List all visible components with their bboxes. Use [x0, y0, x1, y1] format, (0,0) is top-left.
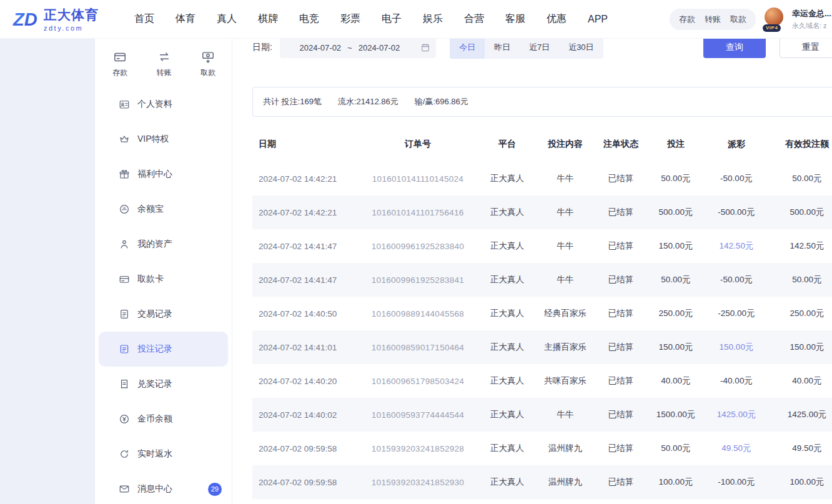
- cell-payout: -50.00元: [703, 274, 770, 285]
- table-row[interactable]: 2024-07-02 14:40:02 1016009593774444544 …: [252, 398, 832, 432]
- sidebar-item-label: 取款卡: [137, 274, 164, 285]
- sidebar-item-yuebao[interactable]: 余额宝: [95, 192, 232, 227]
- date-filter-label: 日期:: [252, 42, 272, 53]
- cell-valid-amount: 1425.00元: [770, 409, 832, 420]
- sidebar-menu: 个人资料 VIP特权 福利中心 余额宝 我的资产 取款卡: [95, 87, 232, 504]
- sidebar-item-vip[interactable]: VIP特权: [95, 122, 232, 157]
- cell-platform: 正大真人: [477, 207, 537, 218]
- transfer-icon: [157, 50, 171, 64]
- main-nav: 首页体育真人棋牌电竞彩票电子娱乐合营客服优惠APP: [134, 12, 608, 26]
- cell-date: 2024-07-02 14:42:21: [252, 208, 359, 217]
- wallet-link[interactable]: 存款: [679, 14, 695, 25]
- cell-bet-amount: 500.00元: [648, 207, 703, 218]
- cell-order-number: 1016010141110145024: [359, 174, 477, 184]
- sidebar-item-gold-balance[interactable]: 金币余额: [95, 402, 232, 437]
- cell-payout: 49.50元: [703, 443, 770, 454]
- cell-payout: -250.00元: [703, 308, 770, 319]
- cell-order-number: 1016009961925283840: [359, 242, 477, 251]
- quick-range-button[interactable]: 近7日: [520, 39, 559, 59]
- cell-order-number: 1015939203241852930: [359, 478, 477, 487]
- nav-item[interactable]: 电竞: [299, 12, 319, 26]
- wallet-link[interactable]: 取款: [730, 14, 746, 25]
- table-row[interactable]: 2024-07-02 09:59:58 1015939203241852928 …: [252, 432, 832, 465]
- cell-bet-amount: 150.00元: [648, 342, 703, 353]
- cell-valid-amount: 250.00元: [770, 308, 832, 319]
- sidebar-item-transactions[interactable]: 交易记录: [95, 297, 232, 332]
- quick-range-button[interactable]: 昨日: [485, 39, 520, 59]
- query-button[interactable]: 查询: [703, 39, 766, 58]
- col-bet-amount: 投注: [648, 139, 703, 150]
- nav-item[interactable]: 电子: [382, 12, 402, 26]
- date-range-separator: ~: [347, 43, 352, 52]
- nav-item[interactable]: 客服: [505, 12, 525, 26]
- filter-row: 日期: 2024-07-02 ~ 2024-07-02 今日昨日近7日近30日 …: [252, 39, 832, 60]
- nav-item[interactable]: 棋牌: [258, 12, 278, 26]
- permanent-domain-note: 永久域名: z: [792, 21, 832, 31]
- vip-badge: VIP4: [763, 24, 781, 32]
- nav-item[interactable]: 娱乐: [423, 12, 443, 26]
- cell-status: 已结算: [593, 274, 648, 285]
- brand-logo[interactable]: ZD 正大体育 zdty.com: [12, 6, 134, 32]
- table-row[interactable]: 2024-07-02 09:59:58 1015939203241852930 …: [252, 465, 832, 499]
- cell-bet-amount: 150.00元: [648, 240, 703, 252]
- cell-bet-content: 经典百家乐: [537, 308, 593, 319]
- table-row[interactable]: 2024-07-02 14:42:21 1016010141101756416 …: [252, 195, 832, 229]
- nav-item[interactable]: APP: [588, 14, 608, 25]
- table-row[interactable]: 2024-07-02 14:40:20 1016009651798503424 …: [252, 364, 832, 398]
- quick-action-transfer[interactable]: 转账: [157, 50, 172, 78]
- avatar[interactable]: VIP4: [763, 6, 785, 32]
- sidebar-item-profile[interactable]: 个人资料: [95, 87, 232, 122]
- nav-item[interactable]: 合营: [464, 12, 484, 26]
- nav-item[interactable]: 真人: [217, 12, 237, 26]
- cell-platform: 正大真人: [477, 477, 537, 488]
- unread-count-badge: 29: [208, 483, 222, 496]
- brand-domain: zdty.com: [44, 24, 99, 32]
- coin-icon: [119, 204, 130, 215]
- table-row[interactable]: 2024-07-02 14:41:47 1016009961925283841 …: [252, 263, 832, 297]
- sidebar-item-rebate[interactable]: 实时返水: [95, 437, 232, 472]
- sidebar-item-welfare[interactable]: 福利中心: [95, 157, 232, 192]
- nav-item[interactable]: 优惠: [547, 12, 567, 26]
- cell-valid-amount: 500.00元: [770, 207, 832, 218]
- table-row[interactable]: 2024-07-02 14:40:50 1016009889144045568 …: [252, 297, 832, 330]
- reset-button[interactable]: 重置: [780, 39, 832, 58]
- cell-payout: 142.50元: [703, 240, 770, 252]
- date-range-picker[interactable]: 2024-07-02 ~ 2024-07-02: [280, 39, 436, 58]
- deposit-icon: [113, 50, 127, 64]
- quick-action-withdraw[interactable]: 取款: [201, 50, 215, 78]
- sidebar-item-messages[interactable]: 消息中心 29: [95, 472, 232, 504]
- cell-date: 2024-07-02 14:41:01: [252, 343, 359, 352]
- wallet-link[interactable]: 转账: [705, 14, 721, 25]
- table-row[interactable]: 2024-07-02 14:41:47 1016009961925283840 …: [252, 229, 832, 263]
- table-row[interactable]: 2024-07-02 14:42:21 1016010141110145024 …: [252, 162, 832, 195]
- cell-bet-content: 主播百家乐: [537, 342, 593, 353]
- sidebar-item-label: 实时返水: [137, 448, 172, 460]
- summary-item: 共计 投注:169笔: [263, 96, 322, 107]
- sidebar-item-withdraw-card[interactable]: 取款卡: [95, 262, 232, 297]
- cell-payout: -100.00元: [703, 477, 770, 488]
- sidebar-item-assets[interactable]: 我的资产: [95, 227, 232, 262]
- nav-item[interactable]: 彩票: [340, 12, 360, 26]
- table-row[interactable]: 2024-07-02 14:41:01 1016009859017150464 …: [252, 330, 832, 364]
- cell-order-number: 1015939203241852928: [359, 444, 477, 453]
- cell-bet-content: 牛牛: [537, 207, 593, 218]
- main-content: 日期: 2024-07-02 ~ 2024-07-02 今日昨日近7日近30日 …: [232, 39, 832, 504]
- sidebar-quick-actions: 存款 转账 取款: [95, 50, 232, 87]
- cell-order-number: 1016009961925283841: [359, 275, 477, 285]
- quick-action-deposit[interactable]: 存款: [112, 50, 127, 78]
- nav-item[interactable]: 体育: [176, 12, 196, 26]
- user-info: 幸运金总... 永久域名: z: [792, 8, 832, 31]
- top-navbar: ZD 正大体育 zdty.com 首页体育真人棋牌电竞彩票电子娱乐合营客服优惠A…: [0, 0, 832, 39]
- quick-range-button[interactable]: 今日: [450, 39, 485, 59]
- cell-platform: 正大真人: [477, 274, 537, 285]
- sidebar-item-redeem-records[interactable]: 兑奖记录: [95, 367, 232, 402]
- cell-platform: 正大真人: [477, 443, 537, 454]
- cell-bet-amount: 250.00元: [648, 308, 703, 319]
- assets-icon: [119, 239, 130, 250]
- cell-order-number: 1016009593774444544: [359, 410, 477, 420]
- nav-item[interactable]: 首页: [134, 12, 154, 26]
- quick-range-button[interactable]: 近30日: [559, 39, 603, 59]
- sidebar-item-bet-records[interactable]: 投注记录: [99, 332, 228, 367]
- cell-order-number: 1016009889144045568: [359, 309, 477, 319]
- wallet-links: 存款转账取款: [670, 9, 756, 30]
